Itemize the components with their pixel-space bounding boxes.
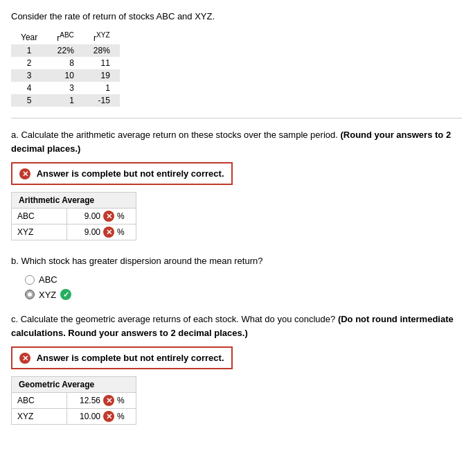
geometric-table: Geometric Average ABC 12.56 ✕ % XYZ 10.0… <box>11 376 136 425</box>
data-table: Year rABC rXYZ 122%28%28113101943151-15 <box>11 30 120 107</box>
radio-xyz[interactable]: XYZ ✓ <box>25 289 462 300</box>
radio-label-xyz: XYZ <box>39 290 56 300</box>
data-cell: 1 <box>84 82 120 94</box>
correct-icon-xyz: ✓ <box>60 289 71 300</box>
radio-group: ABC XYZ ✓ <box>11 274 462 300</box>
data-cell: 11 <box>84 57 120 69</box>
section-a-label: a. Calculate the arithmetic average retu… <box>11 128 462 155</box>
answer-box-c: ✕ Answer is complete but not entirely co… <box>11 346 233 369</box>
arithmetic-row-label: XYZ <box>12 224 67 240</box>
data-cell: 1 <box>47 94 84 107</box>
arithmetic-row-value[interactable]: 9.00 ✕ % <box>67 224 136 240</box>
section-b-label: b. Which stock has greater dispersion ar… <box>11 254 462 268</box>
radio-circle-abc <box>25 275 35 285</box>
arithmetic-row-label: ABC <box>12 208 67 224</box>
geometric-row-label: XYZ <box>12 408 67 424</box>
intro-text: Consider the rate of return of stocks AB… <box>11 11 462 21</box>
wrong-icon: ✕ <box>103 411 114 422</box>
error-icon-c: ✕ <box>19 353 30 364</box>
section-b: b. Which stock has greater dispersion ar… <box>11 254 462 301</box>
geometric-row-value[interactable]: 12.56 ✕ % <box>67 392 136 408</box>
data-cell: -15 <box>84 94 120 107</box>
radio-abc[interactable]: ABC <box>25 274 462 285</box>
data-cell: 3 <box>47 82 84 94</box>
data-cell: 3 <box>11 69 47 82</box>
data-cell: 8 <box>47 57 84 69</box>
data-cell: 2 <box>11 57 47 69</box>
section-a: a. Calculate the arithmetic average retu… <box>11 128 462 240</box>
arithmetic-row-value[interactable]: 9.00 ✕ % <box>67 208 136 224</box>
geometric-header: Geometric Average <box>12 376 136 392</box>
section-c-label: c. Calculate the geometric average retur… <box>11 312 462 340</box>
error-icon-a: ✕ <box>19 168 30 179</box>
geometric-row-value[interactable]: 10.00 ✕ % <box>67 408 136 424</box>
wrong-icon: ✕ <box>103 227 114 238</box>
answer-status-c: Answer is complete but not entirely corr… <box>37 353 224 363</box>
answer-box-a: ✕ Answer is complete but not entirely co… <box>11 162 233 185</box>
data-cell: 28% <box>84 44 120 57</box>
section-c: c. Calculate the geometric average retur… <box>11 312 462 425</box>
col-xyz: rXYZ <box>84 30 120 44</box>
data-cell: 4 <box>11 82 47 94</box>
data-cell: 19 <box>84 69 120 82</box>
col-year: Year <box>11 30 47 44</box>
col-abc: rABC <box>47 30 84 44</box>
geometric-row-label: ABC <box>12 392 67 408</box>
data-cell: 1 <box>11 44 47 57</box>
arithmetic-header: Arithmetic Average <box>12 192 136 208</box>
answer-status-a: Answer is complete but not entirely corr… <box>37 168 224 179</box>
data-cell: 5 <box>11 94 47 107</box>
divider-1 <box>11 118 462 118</box>
arithmetic-table: Arithmetic Average ABC 9.00 ✕ % XYZ 9.00… <box>11 192 136 240</box>
wrong-icon: ✕ <box>103 395 114 406</box>
radio-circle-xyz <box>25 290 35 299</box>
radio-label-abc: ABC <box>39 274 57 285</box>
wrong-icon: ✕ <box>103 211 114 222</box>
data-cell: 22% <box>47 44 84 57</box>
data-cell: 10 <box>47 69 84 82</box>
